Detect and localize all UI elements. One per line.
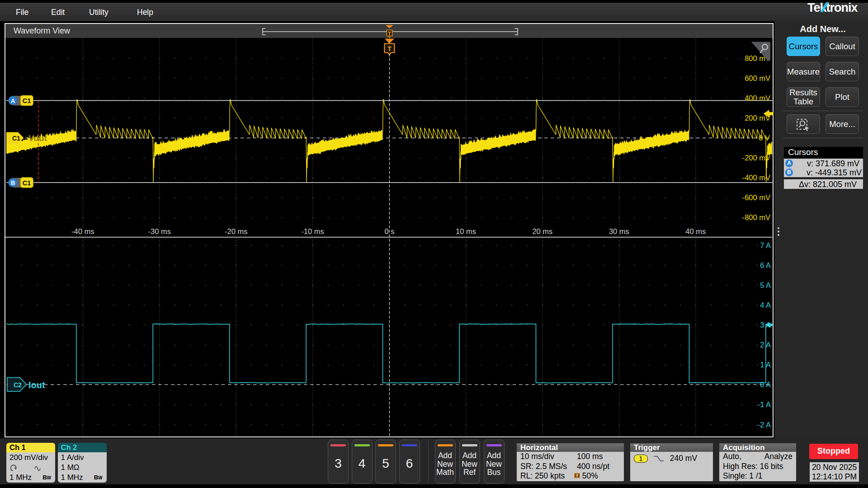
svg-text:C2: C2 — [14, 381, 22, 389]
svg-text:0 V: 0 V — [759, 134, 770, 142]
svg-text:5 A: 5 A — [760, 281, 771, 289]
svg-text:-800 mV: -800 mV — [742, 213, 770, 221]
svg-text:Iout: Iout — [28, 380, 45, 390]
svg-text:-20 ms: -20 ms — [225, 227, 247, 235]
svg-text:C1: C1 — [23, 179, 31, 187]
svg-text:-2 A: -2 A — [758, 421, 771, 429]
svg-text:-600 mV: -600 mV — [742, 193, 770, 202]
svg-text:0 A: 0 A — [760, 380, 771, 389]
svg-text:40 ms: 40 ms — [685, 227, 706, 235]
svg-text:-30 ms: -30 ms — [148, 227, 170, 235]
svg-text:-40 ms: -40 ms — [71, 227, 94, 235]
svg-text:-1 A: -1 A — [758, 400, 771, 408]
svg-text:20 ms: 20 ms — [532, 227, 552, 235]
svg-text:-10 ms: -10 ms — [301, 227, 324, 235]
svg-text:-200 mV: -200 mV — [742, 154, 770, 162]
svg-text:400 mV: 400 mV — [745, 94, 770, 102]
svg-text:B: B — [11, 179, 15, 186]
svg-text:A: A — [11, 98, 15, 104]
svg-text:C1: C1 — [23, 97, 31, 104]
svg-text:600 mV: 600 mV — [745, 74, 770, 82]
svg-text:30 ms: 30 ms — [609, 227, 629, 235]
svg-text:7 A: 7 A — [760, 241, 771, 249]
svg-text:Tektronix: Tektronix — [807, 1, 858, 14]
svg-text:10 ms: 10 ms — [456, 227, 476, 235]
svg-text:4 A: 4 A — [760, 301, 771, 309]
svg-text:0 s: 0 s — [384, 227, 394, 235]
svg-text:-400 mV: -400 mV — [742, 174, 770, 182]
svg-text:6 A: 6 A — [760, 261, 771, 269]
svg-text:C1: C1 — [12, 135, 20, 142]
svg-text:T: T — [388, 31, 392, 37]
svg-text:Vout: Vout — [28, 133, 47, 143]
svg-text:T: T — [387, 45, 392, 52]
svg-text:2 A: 2 A — [760, 341, 771, 349]
svg-text:1 A: 1 A — [760, 361, 771, 369]
